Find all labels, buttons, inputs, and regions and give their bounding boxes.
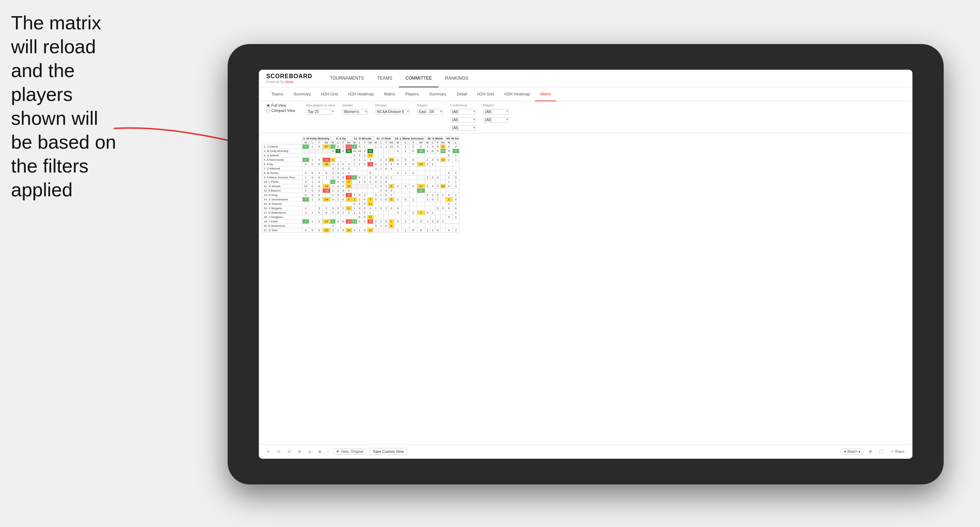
- compact-view-dot: [266, 109, 270, 113]
- region-filter: Region East - DII: [417, 103, 443, 114]
- undo-button[interactable]: ↩: [265, 449, 272, 454]
- toolbar-divider-1: [328, 448, 328, 456]
- th-t6: T: [435, 141, 440, 144]
- conference-select2[interactable]: (All): [450, 117, 476, 122]
- nav-committee[interactable]: COMMITTEE: [399, 70, 438, 87]
- player-name: 10. L Perini: [262, 180, 302, 184]
- save-custom-button[interactable]: Save Custom View: [370, 448, 407, 455]
- players-select2-wrapper: (All): [483, 116, 509, 122]
- th-t5: T: [409, 141, 417, 144]
- th-w6: W: [425, 141, 430, 144]
- players-filter: Players (All) (All): [483, 103, 509, 122]
- matrix-table-wrapper: 2. M Kelly Mulcahy 6. A Dy 11. G Woods 2…: [259, 133, 912, 236]
- th-l5: L: [402, 141, 409, 144]
- view-original-button[interactable]: 👁 View: Original: [332, 448, 367, 455]
- th-w4: W: [374, 141, 379, 144]
- th-w1: W: [302, 141, 309, 144]
- table-row: 3. S Jelinek 02017 01: [262, 153, 459, 158]
- gender-select[interactable]: Women's Men's: [342, 109, 368, 114]
- gender-label: Gender: [342, 103, 368, 107]
- sub-nav-summary1[interactable]: Summary: [288, 87, 316, 101]
- max-players-label: Max players in view: [306, 103, 335, 107]
- table-row: 2. M Kelly Mulcahy 07040 1010050 01035 0…: [262, 149, 459, 153]
- share-icon: ↗: [891, 449, 893, 454]
- player-name: 20. E Andersson: [262, 224, 302, 228]
- table-row: 18. J Hodgson 0011 01: [262, 215, 459, 219]
- logo-area: SCOREBOARD Powered by clippd: [266, 73, 312, 84]
- sub-nav-players[interactable]: Players: [400, 87, 424, 101]
- share-button[interactable]: ↗ Share: [888, 449, 907, 454]
- division-select[interactable]: NCAA Division II: [375, 109, 410, 114]
- player-name: 3. S Jelinek: [262, 153, 302, 158]
- gender-filter: Gender Women's Men's: [342, 103, 368, 114]
- player-name: 1. J Garcia: [262, 144, 302, 149]
- sub-nav-h2h-grid1[interactable]: H2H Grid: [316, 87, 343, 101]
- refresh-button[interactable]: ↺: [285, 449, 293, 454]
- zoom-in-button[interactable]: ⊕: [316, 449, 323, 454]
- table-row: 13. N Klug 000 101-2 103 0101 0101 01: [262, 193, 459, 197]
- filter-bar: Full View Compact View Max players in vi…: [259, 101, 912, 133]
- watch-button[interactable]: ♥ Watch ▾: [840, 448, 864, 455]
- sub-nav-matrix2[interactable]: Matrix: [535, 87, 556, 101]
- th-l4: L: [379, 141, 384, 144]
- players-label: Players: [483, 103, 509, 107]
- player-name: 6. A Dy: [262, 162, 302, 167]
- conference-select[interactable]: (All): [450, 109, 476, 114]
- th-stoll: 21. O Stoll: [374, 137, 394, 141]
- conference-filter: Conference (All) (All) (All): [450, 103, 476, 131]
- zoom-out-button[interactable]: ⊖: [296, 449, 303, 454]
- nav-rankings[interactable]: RANKINGS: [438, 70, 475, 87]
- table-row: 15. H Stranda 02011 01: [262, 202, 459, 206]
- max-players-select[interactable]: Top 25 Top 10 Top 50: [306, 109, 332, 114]
- sub-nav-h2h-heatmap2[interactable]: H2H Heatmap: [500, 87, 535, 101]
- th-w5: W: [394, 141, 402, 144]
- conference-select3-wrapper: (All): [450, 124, 476, 131]
- zoom-reset-button[interactable]: ⊙: [306, 449, 313, 454]
- conference-select3[interactable]: (All): [450, 125, 476, 131]
- table-row: 16. X Mcgaha 231 30111 1000 1010 3 03 00: [262, 206, 459, 211]
- sub-nav-h2h-heatmap1[interactable]: H2H Heatmap: [343, 87, 379, 101]
- th-t1: T: [316, 141, 322, 144]
- table-row: 6. A Dy 30018 2202 120-4 0104 04024 23: [262, 162, 459, 167]
- player-name: 2. M Kelly Mulcahy: [262, 149, 302, 153]
- th-dif3: Dif: [367, 141, 374, 144]
- sub-nav-h2h-grid2[interactable]: H2H Grid: [472, 87, 500, 101]
- th-empty: [262, 137, 302, 141]
- redo-button[interactable]: ↪: [275, 449, 282, 454]
- th-dif4: Dif: [389, 141, 394, 144]
- th-dif5: Dif: [417, 141, 425, 144]
- division-select-wrapper: NCAA Division II: [375, 108, 410, 114]
- sub-nav-detail[interactable]: Detail: [452, 87, 472, 101]
- player-name: 13. N Klug: [262, 193, 302, 197]
- player-name: 21. O Stoll: [262, 228, 302, 233]
- tablet-screen: SCOREBOARD Powered by clippd TOURNAMENTS…: [259, 70, 912, 459]
- player-name: 16. X Mcgaha: [262, 206, 302, 211]
- fullscreen-button[interactable]: ⛶: [877, 449, 885, 454]
- nav-tournaments[interactable]: TOURNAMENTS: [323, 70, 371, 87]
- region-select[interactable]: East - DII: [417, 109, 443, 114]
- players-select[interactable]: (All): [483, 109, 509, 114]
- sub-nav-matrix1[interactable]: Matrix: [379, 87, 400, 101]
- full-view-radio[interactable]: Full View: [266, 103, 295, 108]
- players-select2[interactable]: (All): [483, 117, 509, 122]
- main-content[interactable]: 2. M Kelly Mulcahy 6. A Dy 11. G Woods 2…: [259, 133, 912, 444]
- th-l7: L: [452, 141, 459, 144]
- compact-view-radio[interactable]: Compact View: [266, 109, 295, 113]
- logo-sub: Powered by clippd: [266, 80, 312, 84]
- table-row: 9. A Maria Jimenez Rios 1001 100-7 3012 …: [262, 175, 459, 180]
- th-dif1: Dif: [322, 141, 331, 144]
- conference-label: Conference: [450, 103, 476, 107]
- player-name: 18. J Hodgson: [262, 215, 302, 219]
- table-row: 20. E Andersson 2 0108: [262, 224, 459, 228]
- th-w7: W: [445, 141, 452, 144]
- matrix-table: 2. M Kelly Mulcahy 6. A Dy 11. G Woods 2…: [262, 136, 459, 233]
- th-t2: T: [341, 141, 346, 144]
- nav-teams[interactable]: TEAMS: [371, 70, 399, 87]
- th-l6: L: [430, 141, 435, 144]
- th-l2: L: [336, 141, 341, 144]
- settings-button[interactable]: ⚙: [867, 449, 874, 454]
- sub-nav-summary2[interactable]: Summary: [424, 87, 452, 101]
- sub-nav-teams[interactable]: Teams: [266, 87, 288, 101]
- th-za: 60. W Za: [445, 137, 459, 141]
- th-dif2: Dif: [346, 141, 352, 144]
